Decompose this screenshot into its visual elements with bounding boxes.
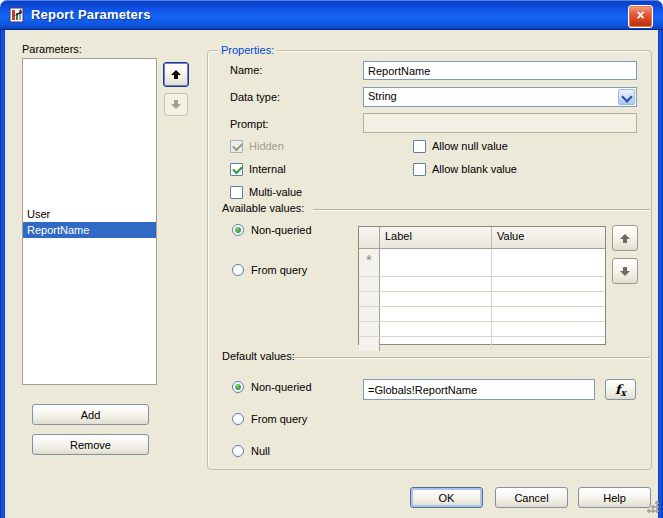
radio-dot-icon	[235, 384, 241, 390]
default-null-radio[interactable]	[232, 445, 244, 457]
titlebar[interactable]: Report Parameters ×	[0, 0, 663, 30]
ok-button[interactable]: OK	[410, 487, 483, 508]
hidden-checkbox	[230, 140, 243, 153]
grid-new-row[interactable]: *	[359, 249, 605, 277]
internal-checkbox[interactable]	[230, 163, 243, 176]
list-item-user[interactable]: User	[23, 206, 156, 222]
grid-empty-row	[359, 292, 605, 307]
default-from-query-label[interactable]: From query	[251, 413, 307, 425]
grid-column-label[interactable]: Label	[380, 227, 492, 248]
close-icon: ×	[636, 7, 644, 23]
default-from-query-radio[interactable]	[232, 413, 244, 425]
allow-blank-checkbox-label[interactable]: Allow blank value	[432, 163, 517, 175]
datatype-dropdown-button[interactable]	[618, 89, 635, 105]
grid-cell[interactable]	[492, 249, 605, 276]
down-arrow-icon	[171, 100, 181, 109]
default-values-label: Default values:	[222, 350, 295, 362]
new-row-marker: *	[366, 251, 372, 268]
window-border-right	[658, 30, 663, 518]
available-values-label: Available values:	[222, 202, 304, 214]
default-value-input[interactable]	[363, 379, 595, 400]
prompt-label: Prompt:	[230, 118, 269, 130]
grid-column-value[interactable]: Value	[492, 227, 605, 248]
check-icon	[232, 164, 243, 175]
cancel-button[interactable]: Cancel	[495, 487, 568, 508]
default-values-separator	[292, 357, 650, 358]
grid-empty-row	[359, 337, 605, 351]
multivalue-checkbox-label[interactable]: Multi-value	[249, 186, 302, 198]
list-item-reportname[interactable]: ReportName	[23, 222, 156, 238]
help-button[interactable]: Help	[578, 487, 651, 508]
window-title: Report Parameters	[31, 7, 151, 22]
grid-empty-row	[359, 307, 605, 322]
grid-row-header: *	[359, 249, 380, 276]
internal-checkbox-label[interactable]: Internal	[249, 163, 286, 175]
up-arrow-icon	[171, 70, 181, 79]
name-label: Name:	[230, 64, 262, 76]
move-parameter-up-button[interactable]	[163, 62, 189, 87]
resize-grip[interactable]	[646, 500, 659, 513]
available-values-grid[interactable]: Label Value *	[358, 226, 606, 345]
grid-empty-row	[359, 277, 605, 292]
hidden-checkbox-label: Hidden	[249, 140, 284, 152]
multivalue-checkbox[interactable]	[230, 186, 243, 199]
available-non-queried-label[interactable]: Non-queried	[251, 224, 312, 236]
chevron-down-icon	[621, 91, 632, 102]
grid-move-down-button[interactable]	[612, 258, 638, 284]
properties-group-label: Properties:	[218, 44, 277, 56]
available-from-query-label[interactable]: From query	[251, 264, 307, 276]
grid-empty-row	[359, 322, 605, 337]
allow-null-checkbox-label[interactable]: Allow null value	[432, 140, 508, 152]
remove-button[interactable]: Remove	[32, 434, 149, 455]
prompt-input	[363, 113, 637, 133]
list-empty-space	[23, 59, 156, 206]
parameters-listbox[interactable]: User ReportName	[22, 58, 157, 385]
available-from-query-radio[interactable]	[232, 264, 244, 276]
window-border-left	[0, 30, 5, 518]
grid-move-up-button[interactable]	[612, 225, 638, 251]
available-non-queried-radio[interactable]	[232, 224, 244, 236]
down-arrow-icon	[620, 267, 630, 276]
available-values-separator	[313, 209, 650, 210]
report-parameters-dialog: Report Parameters × Parameters: User Rep…	[0, 0, 663, 518]
default-null-label[interactable]: Null	[251, 445, 270, 457]
radio-dot-icon	[235, 227, 241, 233]
check-icon	[232, 141, 243, 152]
grid-cell[interactable]	[380, 249, 492, 276]
datatype-value: String	[368, 90, 397, 102]
report-parameters-icon	[9, 7, 25, 23]
add-button[interactable]: Add	[32, 404, 149, 425]
default-non-queried-radio[interactable]	[232, 381, 244, 393]
allow-blank-checkbox[interactable]	[413, 163, 426, 176]
datatype-select[interactable]: String	[363, 87, 637, 107]
move-parameter-down-button[interactable]	[164, 93, 188, 116]
datatype-label: Data type:	[230, 91, 280, 103]
default-non-queried-label[interactable]: Non-queried	[251, 381, 312, 393]
up-arrow-icon	[620, 234, 630, 243]
close-button[interactable]: ×	[628, 5, 653, 28]
grid-corner-cell	[359, 227, 380, 248]
grid-header-row: Label Value	[359, 227, 605, 249]
expression-fx-button[interactable]: fx	[605, 379, 636, 400]
name-input[interactable]	[363, 61, 637, 80]
fx-icon: fx	[615, 382, 626, 398]
allow-null-checkbox[interactable]	[413, 140, 426, 153]
parameters-label: Parameters:	[22, 43, 82, 55]
